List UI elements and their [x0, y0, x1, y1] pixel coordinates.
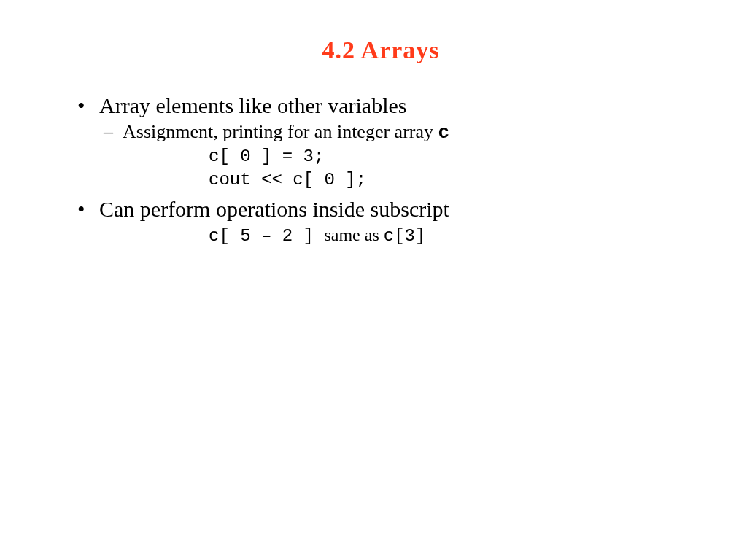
- bullet-2-text: Can perform operations inside subscript: [99, 197, 449, 221]
- bullet-item-2: Can perform operations inside subscript …: [73, 197, 689, 248]
- slide-title: 4.2 Arrays: [73, 36, 689, 64]
- bullet-item-1: Array elements like other variables Assi…: [73, 93, 689, 192]
- sub-list-1: Assignment, printing for an integer arra…: [99, 121, 689, 144]
- code-line-1: c[ 0 ] = 3;: [209, 145, 689, 168]
- sub-1-code-c: c: [438, 122, 450, 144]
- code-line-2: cout << c[ 0 ];: [209, 168, 689, 192]
- bullet-1-text: Array elements like other variables: [99, 93, 407, 117]
- sub-1-prefix: Assignment, printing for an integer arra…: [123, 121, 438, 142]
- code-seg-c3: c[3]: [384, 226, 426, 246]
- code-seg-c52: c[ 5 – 2 ]: [209, 226, 324, 246]
- same-as-text: same as: [324, 225, 383, 244]
- sub-item-1: Assignment, printing for an integer arra…: [99, 121, 689, 144]
- code-block-1: c[ 0 ] = 3; cout << c[ 0 ];: [209, 145, 689, 192]
- code-block-2: c[ 5 – 2 ] same as c[3]: [209, 223, 689, 248]
- bullet-list: Array elements like other variables Assi…: [73, 93, 689, 248]
